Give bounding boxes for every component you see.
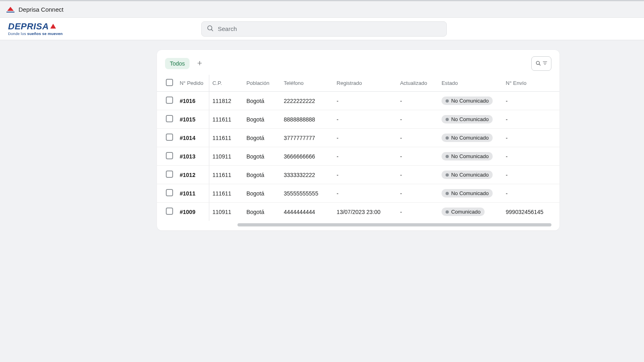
cell-registrado: - <box>333 166 397 184</box>
tab-all[interactable]: Todos <box>165 58 190 69</box>
row-checkbox[interactable] <box>166 152 173 159</box>
cell-poblacion: Bogotá <box>243 147 281 166</box>
cell-actualizado: - <box>397 184 438 203</box>
row-checkbox[interactable] <box>166 189 173 196</box>
status-label: Comunicado <box>451 209 481 215</box>
cell-envio: - <box>503 147 559 166</box>
cell-cp: 111611 <box>209 166 243 184</box>
brand-logo: DEPRISA Donde los sueños se mueven <box>8 22 63 36</box>
order-id-link[interactable]: #1016 <box>180 98 195 104</box>
brand-tagline: Donde los sueños se mueven <box>8 32 63 36</box>
cell-envio: - <box>503 166 559 184</box>
status-label: No Comunicado <box>451 135 489 141</box>
cell-cp: 111611 <box>209 129 243 147</box>
col-header-telefono[interactable]: Teléfono <box>281 75 333 92</box>
cell-envio: 999032456145 <box>503 203 559 221</box>
status-badge: No Comunicado <box>442 134 493 142</box>
table-row[interactable]: #1011111611Bogotá35555555555--No Comunic… <box>157 184 559 203</box>
cell-registrado: - <box>333 184 397 203</box>
order-id-link[interactable]: #1011 <box>180 190 195 197</box>
brand-triangle-icon <box>50 24 56 29</box>
order-id-link[interactable]: #1012 <box>180 172 195 178</box>
status-label: No Comunicado <box>451 190 489 196</box>
cell-poblacion: Bogotá <box>243 92 281 110</box>
status-badge: Comunicado <box>442 208 485 216</box>
status-badge: No Comunicado <box>442 97 493 105</box>
status-badge: No Comunicado <box>442 115 493 123</box>
order-id-link[interactable]: #1015 <box>180 116 195 123</box>
order-id-link[interactable]: #1009 <box>180 209 195 215</box>
table-row[interactable]: #1016111812Bogotá2222222222--No Comunica… <box>157 92 559 110</box>
cell-telefono: 3777777777 <box>281 129 333 147</box>
filter-icon <box>542 60 548 67</box>
row-checkbox[interactable] <box>166 134 173 141</box>
status-label: No Comunicado <box>451 172 489 178</box>
row-checkbox[interactable] <box>166 115 173 122</box>
status-dot-icon <box>446 210 449 214</box>
orders-card: Todos N° Pedido <box>157 50 559 230</box>
status-dot-icon <box>446 118 449 121</box>
app-icon <box>6 5 14 13</box>
plus-icon <box>197 60 202 68</box>
search-box[interactable] <box>201 21 447 37</box>
main-content: Todos N° Pedido <box>0 40 644 230</box>
col-header-poblacion[interactable]: Población <box>243 75 281 92</box>
order-id-link[interactable]: #1013 <box>180 153 195 160</box>
cell-envio: - <box>503 92 559 110</box>
table-row[interactable]: #1012111611Bogotá3333332222--No Comunica… <box>157 166 559 184</box>
row-checkbox[interactable] <box>166 208 173 215</box>
cell-cp: 111611 <box>209 184 243 203</box>
col-header-registrado[interactable]: Registrado <box>333 75 397 92</box>
row-checkbox[interactable] <box>166 171 173 178</box>
search-icon <box>206 25 214 33</box>
status-dot-icon <box>446 99 449 103</box>
window-title: Deprisa Connect <box>19 6 64 13</box>
col-header-envio[interactable]: N° Envío <box>503 75 559 92</box>
col-header-cp[interactable]: C.P. <box>209 75 243 92</box>
cell-envio: - <box>503 129 559 147</box>
search-input[interactable] <box>218 25 442 32</box>
order-id-link[interactable]: #1014 <box>180 135 195 141</box>
brand-name: DEPRISA <box>8 22 49 31</box>
table-row[interactable]: #1009110911Bogotá444444444413/07/2023 23… <box>157 203 559 221</box>
cell-poblacion: Bogotá <box>243 184 281 203</box>
cell-actualizado: - <box>397 110 438 129</box>
cell-telefono: 2222222222 <box>281 92 333 110</box>
status-label: No Comunicado <box>451 116 489 122</box>
scrollbar-thumb[interactable] <box>237 223 551 226</box>
cell-registrado: - <box>333 110 397 129</box>
status-badge: No Comunicado <box>442 189 493 197</box>
table-row[interactable]: #1015111611Bogotá8888888888--No Comunica… <box>157 110 559 129</box>
cell-envio: - <box>503 184 559 203</box>
status-badge: No Comunicado <box>442 152 493 160</box>
cell-registrado: 13/07/2023 23:00 <box>333 203 397 221</box>
col-header-actualizado[interactable]: Actualizado <box>397 75 438 92</box>
cell-poblacion: Bogotá <box>243 110 281 129</box>
cell-poblacion: Bogotá <box>243 129 281 147</box>
horizontal-scrollbar[interactable] <box>157 222 559 226</box>
app-header: DEPRISA Donde los sueños se mueven <box>0 18 644 40</box>
table-row[interactable]: #1014111611Bogotá3777777777--No Comunica… <box>157 129 559 147</box>
add-view-button[interactable] <box>194 58 206 70</box>
tabs-row: Todos <box>157 56 559 75</box>
svg-line-1 <box>211 29 213 31</box>
window-titlebar: Deprisa Connect <box>0 0 644 18</box>
select-all-checkbox[interactable] <box>166 79 173 86</box>
cell-cp: 110911 <box>209 147 243 166</box>
col-header-estado[interactable]: Estado <box>438 75 503 92</box>
cell-envio: - <box>503 110 559 129</box>
orders-table: N° Pedido C.P. Población Teléfono Regist… <box>157 75 559 221</box>
col-header-pedido[interactable]: N° Pedido <box>176 75 209 92</box>
cell-cp: 111812 <box>209 92 243 110</box>
cell-actualizado: - <box>397 129 438 147</box>
cell-telefono: 8888888888 <box>281 110 333 129</box>
status-dot-icon <box>446 136 449 140</box>
cell-poblacion: Bogotá <box>243 166 281 184</box>
search-icon <box>535 60 541 68</box>
table-row[interactable]: #1013110911Bogotá3666666666--No Comunica… <box>157 147 559 166</box>
row-checkbox[interactable] <box>166 97 173 104</box>
search-filter-button[interactable] <box>531 56 551 71</box>
svg-line-5 <box>539 64 540 65</box>
cell-actualizado: - <box>397 147 438 166</box>
cell-actualizado: - <box>397 166 438 184</box>
